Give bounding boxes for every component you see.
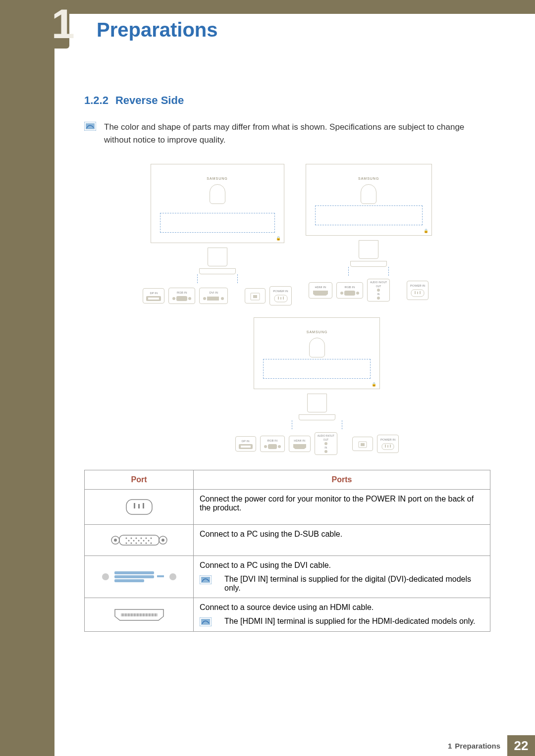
note-icon — [200, 575, 212, 584]
power-port-icon — [273, 294, 288, 303]
diagram-area: SAMSUNG 🔒 DP IN — [84, 164, 490, 455]
svg-point-16 — [340, 292, 343, 295]
svg-rect-13 — [278, 297, 279, 300]
note-row: The color and shape of parts may differ … — [84, 121, 490, 146]
section-heading: 1.2.2Reverse Side — [84, 94, 490, 107]
monitor-diagram-1: SAMSUNG 🔒 DP IN — [143, 164, 291, 305]
footer-page-number: 22 — [507, 735, 535, 756]
footer-chapter-title: Preparations — [455, 742, 500, 750]
svg-point-48 — [138, 540, 139, 542]
svg-rect-62 — [114, 579, 144, 582]
dvi-port-icon — [203, 296, 224, 302]
port-icon-dvi — [85, 556, 194, 598]
svg-point-54 — [140, 543, 142, 544]
port-desc-main: Connect to a source device using an HDMI… — [200, 603, 484, 612]
svg-point-7 — [203, 297, 206, 300]
brand-label: SAMSUNG — [358, 177, 379, 180]
port-table: Port Ports Connect the power cord for yo… — [84, 470, 490, 632]
svg-point-43 — [140, 538, 142, 539]
port-label-rgb: RGB IN — [267, 439, 277, 442]
hdmi-port-icon — [312, 290, 329, 296]
port-desc: Connect to a PC using the DVI cable. The… — [194, 556, 490, 598]
port-label-hdmi: HDMI IN — [315, 286, 326, 289]
column-header-ports: Ports — [194, 470, 490, 490]
side-bar — [0, 0, 54, 756]
svg-point-42 — [135, 538, 137, 539]
svg-point-53 — [135, 543, 137, 544]
lock-icon: 🔒 — [372, 382, 376, 387]
port-desc: Connect the power cord for your monitor … — [194, 490, 490, 525]
port-subnote: The [DVI IN] terminal is supplied for th… — [224, 575, 484, 593]
port-label-power: POWER IN — [273, 290, 288, 293]
svg-point-51 — [125, 543, 127, 544]
svg-point-56 — [150, 543, 152, 544]
rgb-port-icon — [340, 290, 360, 296]
svg-point-50 — [148, 540, 149, 542]
top-band — [54, 0, 535, 14]
port-label-rgb: RGB IN — [177, 291, 187, 294]
monitor-diagram-3: SAMSUNG 🔒 DP IN — [235, 317, 399, 455]
svg-point-64 — [169, 573, 176, 580]
dp-port-icon — [146, 296, 161, 301]
section-title: Reverse Side — [115, 94, 184, 106]
svg-rect-37 — [143, 503, 144, 508]
svg-rect-67 — [121, 613, 158, 616]
svg-point-52 — [130, 543, 132, 544]
svg-point-46 — [128, 540, 129, 542]
content-area: 1.2.2Reverse Side The color and shape of… — [84, 94, 490, 632]
svg-point-45 — [150, 538, 152, 539]
port-label-dp: DP IN — [150, 292, 158, 295]
port-icon-power — [85, 490, 194, 525]
brand-label: SAMSUNG — [307, 330, 327, 334]
dp-port-icon — [239, 444, 253, 449]
port-label-power: POWER IN — [410, 284, 425, 287]
port-label-dp: DP IN — [242, 440, 250, 443]
lock-icon: 🔒 — [276, 236, 281, 241]
dc-port-icon — [358, 441, 368, 449]
audio-port-group: AUDIO IN/OUT OUT IN — [315, 432, 337, 455]
svg-rect-63 — [157, 575, 164, 577]
lock-icon: 🔒 — [424, 229, 428, 233]
note-icon — [84, 122, 96, 131]
svg-rect-22 — [420, 291, 421, 294]
svg-point-4 — [172, 297, 175, 300]
svg-point-58 — [161, 539, 164, 542]
svg-rect-35 — [134, 503, 135, 508]
svg-rect-29 — [361, 443, 365, 446]
svg-rect-36 — [138, 504, 140, 508]
port-subnote: The [HDMI IN] terminal is supplied for t… — [224, 617, 476, 626]
svg-rect-24 — [241, 446, 251, 448]
svg-point-47 — [133, 540, 134, 542]
page-title: Preparations — [97, 19, 218, 41]
svg-point-18 — [356, 292, 359, 295]
power-port-icon — [381, 443, 395, 451]
svg-rect-15 — [283, 297, 284, 300]
chapter-number: 1 — [52, 0, 75, 48]
brand-label: SAMSUNG — [207, 177, 227, 180]
svg-point-49 — [143, 540, 144, 542]
column-header-port: Port — [85, 470, 194, 490]
svg-point-27 — [278, 445, 281, 448]
svg-rect-11 — [253, 295, 257, 298]
svg-rect-8 — [207, 297, 219, 301]
svg-rect-33 — [390, 445, 391, 448]
monitor-diagram-2: SAMSUNG 🔒 HDMI IN — [306, 164, 432, 305]
svg-rect-17 — [344, 291, 355, 296]
svg-rect-61 — [114, 575, 154, 578]
svg-rect-60 — [114, 571, 154, 574]
port-label-rgb: RGB IN — [345, 286, 355, 289]
footer: 1 Preparations 22 — [54, 735, 535, 756]
svg-point-9 — [221, 297, 224, 300]
svg-rect-32 — [387, 445, 388, 448]
port-desc-main: Connect to a PC using the DVI cable. — [200, 561, 484, 570]
svg-point-44 — [145, 538, 147, 539]
table-row: Connect the power cord for your monitor … — [85, 490, 490, 525]
svg-rect-31 — [385, 445, 386, 448]
hdmi-port-icon — [292, 444, 307, 450]
port-icon-hdmi — [85, 598, 194, 632]
table-row: Connect to a PC using the D-SUB cable. — [85, 525, 490, 556]
svg-rect-20 — [415, 291, 416, 294]
svg-rect-21 — [417, 292, 418, 294]
port-desc: Connect to a PC using the D-SUB cable. — [194, 525, 490, 556]
table-row: Connect to a PC using the DVI cable. The… — [85, 556, 490, 598]
